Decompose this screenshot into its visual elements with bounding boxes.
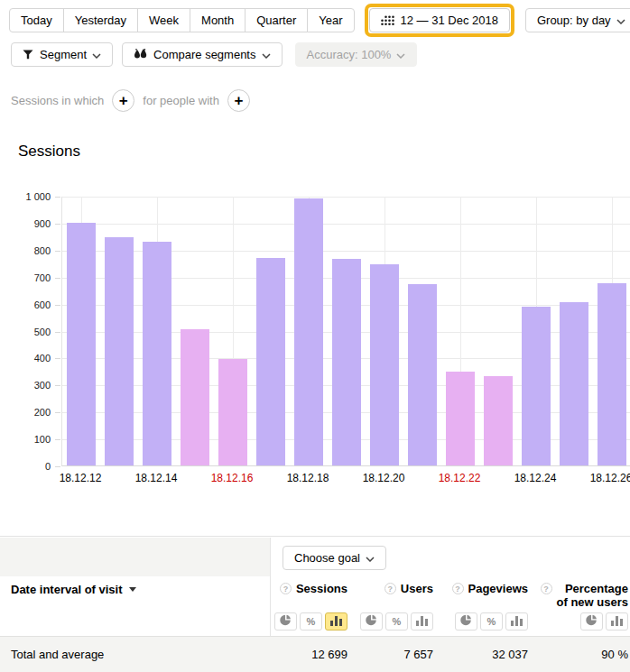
y-axis-tick bbox=[55, 197, 60, 198]
x-axis-label-18.12.12: 18.12.12 bbox=[51, 472, 109, 484]
pie-chart-icon bbox=[586, 614, 598, 629]
y-axis-label-500: 500 bbox=[0, 327, 51, 337]
bar-18.12.20[interactable] bbox=[370, 264, 399, 465]
pie-view-button[interactable] bbox=[274, 612, 297, 631]
bar-18.12.17[interactable] bbox=[256, 258, 285, 465]
help-icon[interactable]: ? bbox=[541, 583, 552, 594]
percent-view-button[interactable]: % bbox=[300, 612, 322, 631]
y-axis-tick bbox=[55, 332, 60, 333]
bar-18.12.15[interactable] bbox=[181, 329, 209, 465]
help-icon[interactable]: ? bbox=[384, 583, 396, 594]
y-axis-label-400: 400 bbox=[0, 353, 51, 364]
column-header-text: Percentageof new users bbox=[557, 582, 628, 609]
goal-band-left-cell bbox=[0, 538, 270, 576]
x-axis-label-18.12.22: 18.12.22 bbox=[431, 472, 488, 484]
bar-chart-icon bbox=[611, 615, 623, 629]
y-axis-tick bbox=[55, 251, 60, 252]
column-header-percentage[interactable]: ?Percentageof new users bbox=[537, 582, 628, 609]
column-header-line1: Sessions bbox=[296, 582, 347, 595]
h-gridline bbox=[62, 224, 630, 225]
bars-view-button[interactable] bbox=[606, 612, 628, 631]
metrics-table: Choose goal Date interval of visit ?Sess… bbox=[0, 536, 630, 672]
bar-18.12.22[interactable] bbox=[446, 372, 475, 465]
bar-18.12.21[interactable] bbox=[408, 284, 437, 465]
x-axis-label-18.12.24: 18.12.24 bbox=[506, 472, 564, 484]
y-axis-label-800: 800 bbox=[0, 245, 51, 256]
total-value-users: 7 657 bbox=[352, 648, 433, 661]
total-value-percentage: 90 % bbox=[537, 648, 628, 661]
h-gridline bbox=[62, 197, 630, 198]
y-axis-label-900: 900 bbox=[0, 218, 51, 229]
plot-area bbox=[61, 197, 630, 466]
y-axis-label-1000: 1 000 bbox=[0, 191, 51, 202]
y-axis-label-700: 700 bbox=[0, 272, 51, 283]
bars-view-button[interactable] bbox=[325, 612, 347, 631]
column-header-pageviews[interactable]: ?Pageviews bbox=[442, 582, 528, 595]
column-header-text: Pageviews bbox=[468, 582, 529, 595]
bar-18.12.14[interactable] bbox=[143, 242, 171, 465]
pie-chart-icon bbox=[460, 614, 472, 629]
y-axis-tick bbox=[55, 466, 60, 467]
y-axis-tick bbox=[55, 278, 60, 279]
metric-view-switcher-users: % bbox=[352, 612, 433, 631]
dimension-header[interactable]: Date interval of visit bbox=[11, 583, 136, 596]
percent-view-button[interactable]: % bbox=[385, 612, 408, 631]
y-axis-tick bbox=[55, 305, 60, 306]
sort-descending-icon bbox=[129, 587, 136, 592]
bar-18.12.24[interactable] bbox=[522, 307, 551, 465]
pie-view-button[interactable] bbox=[455, 612, 477, 631]
pie-view-button[interactable] bbox=[580, 612, 603, 631]
metric-view-switcher-pageviews: % bbox=[442, 612, 528, 631]
pie-view-button[interactable] bbox=[360, 612, 383, 631]
bars-view-button[interactable] bbox=[505, 612, 528, 631]
x-axis-label-18.12.20: 18.12.20 bbox=[355, 472, 412, 484]
choose-goal-label: Choose goal bbox=[294, 551, 360, 565]
y-axis-label-0: 0 bbox=[0, 461, 51, 472]
bars-view-button[interactable] bbox=[411, 612, 433, 631]
x-axis-label-18.12.16: 18.12.16 bbox=[203, 472, 261, 484]
bar-chart-icon bbox=[511, 615, 523, 629]
column-header-text: Users bbox=[401, 582, 433, 595]
bar-18.12.12[interactable] bbox=[67, 223, 96, 465]
percent-icon: % bbox=[487, 616, 496, 627]
y-axis-tick bbox=[55, 439, 60, 440]
percent-icon: % bbox=[307, 616, 316, 627]
total-row-label: Total and average bbox=[11, 648, 104, 661]
column-header-text: Sessions bbox=[296, 582, 347, 595]
pie-chart-icon bbox=[280, 614, 292, 629]
column-header-sessions[interactable]: ?Sessions bbox=[266, 582, 347, 595]
bar-chart-icon bbox=[330, 615, 342, 629]
y-axis-tick bbox=[55, 358, 60, 359]
help-icon[interactable]: ? bbox=[280, 583, 292, 594]
bar-18.12.26[interactable] bbox=[598, 283, 626, 465]
bar-18.12.18[interactable] bbox=[294, 198, 323, 465]
column-header-line2: of new users bbox=[557, 595, 628, 609]
y-axis-tick bbox=[55, 224, 60, 225]
column-header-line1: Percentage bbox=[557, 582, 628, 595]
x-axis-label-18.12.26: 18.12.26 bbox=[582, 472, 630, 484]
x-axis-label-18.12.14: 18.12.14 bbox=[127, 472, 185, 484]
bar-18.12.25[interactable] bbox=[560, 302, 588, 465]
column-header-line1: Users bbox=[401, 582, 433, 595]
help-icon[interactable]: ? bbox=[452, 583, 464, 594]
bar-18.12.23[interactable] bbox=[484, 376, 513, 465]
percent-view-button[interactable]: % bbox=[480, 612, 503, 631]
percent-icon: % bbox=[393, 616, 402, 627]
y-axis-label-100: 100 bbox=[0, 434, 51, 445]
sessions-bar-chart: 01002003004005006007008009001 00018.12.1… bbox=[0, 0, 630, 505]
metric-view-switcher-sessions: % bbox=[266, 612, 347, 631]
y-axis-tick bbox=[55, 412, 60, 413]
x-axis-label-18.12.18: 18.12.18 bbox=[279, 472, 337, 484]
chevron-down-icon bbox=[366, 551, 375, 565]
column-header-users[interactable]: ?Users bbox=[352, 582, 433, 595]
bar-18.12.16[interactable] bbox=[218, 359, 247, 465]
y-axis-label-600: 600 bbox=[0, 299, 51, 310]
bar-18.12.13[interactable] bbox=[105, 237, 134, 465]
bar-18.12.19[interactable] bbox=[332, 259, 361, 465]
dimension-header-label: Date interval of visit bbox=[11, 583, 123, 596]
y-axis-tick bbox=[55, 385, 60, 386]
total-value-sessions: 12 699 bbox=[266, 648, 347, 661]
choose-goal-dropdown[interactable]: Choose goal bbox=[283, 546, 386, 570]
pie-chart-icon bbox=[366, 614, 377, 629]
column-header-line1: Pageviews bbox=[468, 582, 529, 595]
